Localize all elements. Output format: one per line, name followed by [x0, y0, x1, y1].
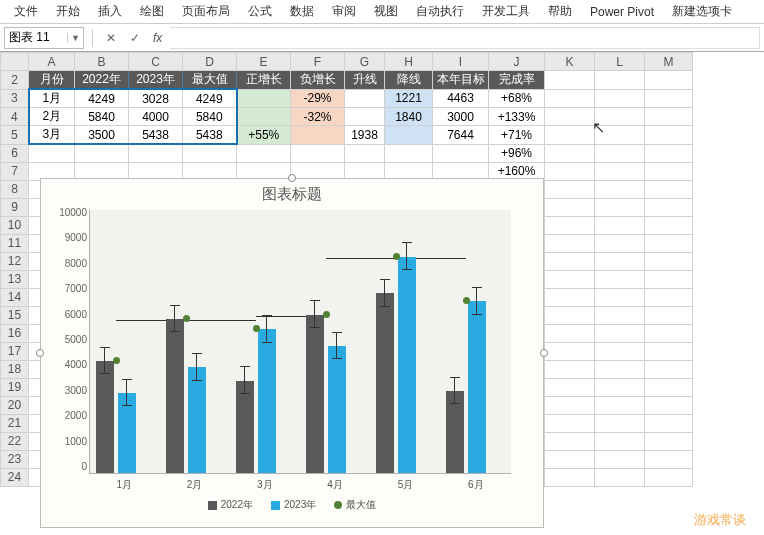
- cell[interactable]: [595, 306, 645, 324]
- menu-item[interactable]: 帮助: [540, 1, 580, 22]
- table-header[interactable]: 2023年: [129, 71, 183, 90]
- cell[interactable]: [545, 450, 595, 468]
- cell[interactable]: [545, 144, 595, 162]
- cell[interactable]: [595, 468, 645, 486]
- cell[interactable]: [545, 216, 595, 234]
- row-header[interactable]: 17: [1, 342, 29, 360]
- cell[interactable]: [645, 360, 693, 378]
- column-header[interactable]: H: [385, 53, 433, 71]
- menu-item[interactable]: 开发工具: [474, 1, 538, 22]
- cell[interactable]: [595, 432, 645, 450]
- bar-2022年[interactable]: [96, 361, 114, 473]
- table-header[interactable]: 完成率: [489, 71, 545, 90]
- cell[interactable]: [645, 162, 693, 180]
- chart-object[interactable]: 图表标题 10000900080007000600050004000300020…: [40, 178, 544, 528]
- resize-handle-top[interactable]: [288, 174, 296, 182]
- rate-cell[interactable]: +71%: [489, 126, 545, 145]
- column-header[interactable]: L: [595, 53, 645, 71]
- cell[interactable]: [645, 144, 693, 162]
- cell[interactable]: [595, 234, 645, 252]
- table-header[interactable]: 最大值: [183, 71, 237, 90]
- cell[interactable]: [545, 360, 595, 378]
- select-all-corner[interactable]: [1, 53, 29, 71]
- cell[interactable]: [433, 144, 489, 162]
- value-cell[interactable]: 4000: [129, 108, 183, 126]
- bar-2023年[interactable]: [328, 346, 346, 473]
- rate-cell[interactable]: +68%: [489, 89, 545, 108]
- cell[interactable]: [645, 216, 693, 234]
- bar-2022年[interactable]: [236, 381, 254, 473]
- cell[interactable]: [545, 180, 595, 198]
- column-header[interactable]: E: [237, 53, 291, 71]
- cell[interactable]: [645, 378, 693, 396]
- fx-icon[interactable]: fx: [149, 31, 166, 45]
- cell[interactable]: [645, 450, 693, 468]
- max-point[interactable]: [183, 315, 190, 322]
- table-header[interactable]: 正增长: [237, 71, 291, 90]
- cell[interactable]: [545, 198, 595, 216]
- cell[interactable]: [645, 234, 693, 252]
- row-header[interactable]: 9: [1, 198, 29, 216]
- column-header[interactable]: M: [645, 53, 693, 71]
- column-header[interactable]: B: [75, 53, 129, 71]
- target-cell[interactable]: 4463: [433, 89, 489, 108]
- target-cell[interactable]: 3000: [433, 108, 489, 126]
- cell[interactable]: [545, 468, 595, 486]
- menu-item[interactable]: 公式: [240, 1, 280, 22]
- row-header[interactable]: 15: [1, 306, 29, 324]
- cell[interactable]: [545, 342, 595, 360]
- column-header[interactable]: D: [183, 53, 237, 71]
- menu-item[interactable]: 自动执行: [408, 1, 472, 22]
- cell[interactable]: [237, 144, 291, 162]
- cell[interactable]: [595, 126, 645, 145]
- cell[interactable]: [595, 198, 645, 216]
- cell[interactable]: [645, 252, 693, 270]
- cell[interactable]: [545, 324, 595, 342]
- column-header[interactable]: G: [345, 53, 385, 71]
- table-header[interactable]: 本年目标: [433, 71, 489, 90]
- row-header[interactable]: 12: [1, 252, 29, 270]
- cell[interactable]: [595, 324, 645, 342]
- row-header[interactable]: 21: [1, 414, 29, 432]
- menu-item[interactable]: 开始: [48, 1, 88, 22]
- pos-growth-cell[interactable]: +55%: [237, 126, 291, 145]
- menu-item[interactable]: Power Pivot: [582, 3, 662, 21]
- table-header[interactable]: 负增长: [291, 71, 345, 90]
- bar-2023年[interactable]: [188, 367, 206, 473]
- table-header[interactable]: 降线: [385, 71, 433, 90]
- row-header[interactable]: 6: [1, 144, 29, 162]
- fall-cell[interactable]: [385, 126, 433, 145]
- cell[interactable]: [183, 144, 237, 162]
- row-header[interactable]: 14: [1, 288, 29, 306]
- rise-cell[interactable]: 1938: [345, 126, 385, 145]
- cell[interactable]: [75, 144, 129, 162]
- column-header[interactable]: A: [29, 53, 75, 71]
- name-box-input[interactable]: [5, 31, 67, 45]
- cell[interactable]: [645, 468, 693, 486]
- cell[interactable]: [545, 71, 595, 90]
- cell[interactable]: [545, 306, 595, 324]
- cell[interactable]: [595, 450, 645, 468]
- cell[interactable]: [545, 270, 595, 288]
- column-header[interactable]: K: [545, 53, 595, 71]
- column-header[interactable]: F: [291, 53, 345, 71]
- cell[interactable]: [29, 144, 75, 162]
- cell[interactable]: [595, 252, 645, 270]
- value-cell[interactable]: 4249: [183, 89, 237, 108]
- cell[interactable]: [595, 180, 645, 198]
- legend-item[interactable]: 最大值: [334, 498, 376, 512]
- chart-title[interactable]: 图表标题: [41, 179, 543, 206]
- legend-item[interactable]: 2022年: [208, 498, 253, 512]
- chevron-down-icon[interactable]: ▼: [67, 33, 83, 43]
- value-cell[interactable]: 3028: [129, 89, 183, 108]
- row-header[interactable]: 11: [1, 234, 29, 252]
- fall-cell[interactable]: 1840: [385, 108, 433, 126]
- bar-2022年[interactable]: [376, 293, 394, 473]
- neg-growth-cell[interactable]: [291, 126, 345, 145]
- cell[interactable]: [129, 144, 183, 162]
- cell[interactable]: [645, 89, 693, 108]
- cell[interactable]: [545, 288, 595, 306]
- plot-area[interactable]: [89, 210, 511, 474]
- cell[interactable]: [645, 71, 693, 90]
- cell[interactable]: [385, 144, 433, 162]
